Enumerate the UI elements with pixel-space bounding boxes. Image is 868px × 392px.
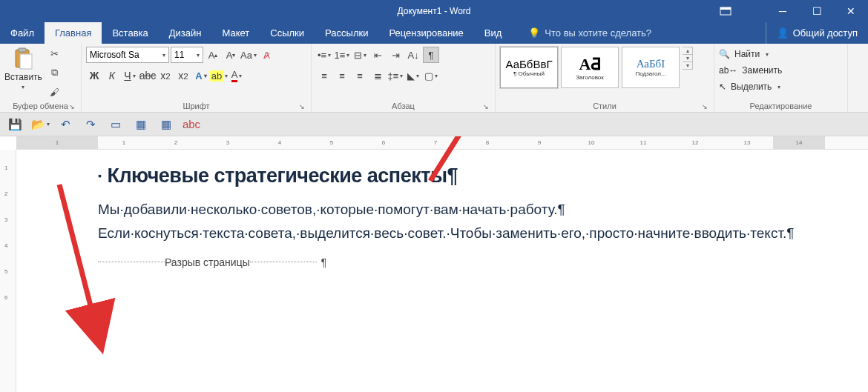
sort-button[interactable]: A↓ bbox=[405, 47, 421, 63]
tab-view[interactable]: Вид bbox=[474, 22, 513, 44]
find-button[interactable]: 🔍Найти▾ bbox=[719, 47, 769, 62]
style-heading2[interactable]: АаБбІ Подзагол... bbox=[622, 47, 680, 88]
bold-button[interactable]: Ж bbox=[86, 67, 102, 84]
bullets-button[interactable]: •≡▾ bbox=[316, 47, 332, 63]
font-name-combo[interactable]: Microsoft Sa▾ bbox=[86, 47, 169, 63]
share-button[interactable]: 👤 Общий доступ bbox=[766, 22, 868, 44]
multilevel-list-button[interactable]: ⊟▾ bbox=[352, 47, 368, 63]
format-painter-button[interactable]: 🖌 bbox=[48, 85, 62, 99]
font-color-button[interactable]: A▾ bbox=[228, 67, 245, 84]
line-spacing-button[interactable]: ‡≡▾ bbox=[387, 67, 404, 84]
decrease-indent-button[interactable]: ⇤ bbox=[369, 47, 386, 63]
chevron-down-icon: ▾ bbox=[197, 52, 200, 59]
person-icon: 👤 bbox=[777, 27, 789, 39]
open-button[interactable]: 📂▾ bbox=[33, 117, 47, 132]
tab-design[interactable]: Дизайн bbox=[159, 22, 212, 44]
svg-rect-3 bbox=[19, 48, 26, 52]
maximize-button[interactable]: ☐ bbox=[800, 0, 834, 22]
align-left-button[interactable]: ≡ bbox=[316, 67, 332, 84]
dialog-launcher-icon[interactable]: ↘ bbox=[299, 103, 305, 110]
tab-file[interactable]: Файл bbox=[0, 22, 45, 44]
style-normal-name: ¶ Обычный bbox=[513, 70, 545, 77]
show-hide-formatting-button[interactable]: ¶ bbox=[423, 47, 439, 63]
tab-mailings[interactable]: Рассылки bbox=[315, 22, 378, 44]
increase-indent-button[interactable]: ⇥ bbox=[387, 47, 404, 63]
font-size-combo[interactable]: 11▾ bbox=[171, 47, 203, 63]
table-button[interactable]: ▦ bbox=[134, 117, 148, 132]
clear-formatting-button[interactable]: A̷ bbox=[258, 47, 274, 63]
undo-button[interactable]: ↶ bbox=[58, 117, 73, 132]
chevron-up-icon: ▴ bbox=[683, 47, 692, 55]
dialog-launcher-icon[interactable]: ↘ bbox=[483, 103, 489, 110]
document-page[interactable]: ▪Ключевые стратегические аспекты¶ Мы·доб… bbox=[16, 150, 868, 392]
justify-button[interactable]: ≣ bbox=[369, 67, 386, 84]
tab-review[interactable]: Рецензирование bbox=[378, 22, 473, 44]
ribbon: Вставить ▾ ✂ ⧉ 🖌 Буфер обмена↘ Microsoft… bbox=[0, 44, 868, 113]
underline-button[interactable]: Ч▾ bbox=[122, 67, 138, 84]
document-area: 1 1 2 3 4 5 6 7 8 9 10 11 12 13 14 1 2 3… bbox=[0, 136, 868, 392]
vertical-ruler[interactable]: 1 2 3 4 5 6 bbox=[0, 150, 16, 392]
svg-rect-1 bbox=[720, 7, 731, 10]
align-center-button[interactable]: ≡ bbox=[334, 67, 350, 84]
dialog-launcher-icon[interactable]: ↘ bbox=[702, 103, 708, 110]
replace-button[interactable]: ab↔Заменить bbox=[719, 63, 782, 78]
doc-heading[interactable]: ▪Ключевые стратегические аспекты¶ bbox=[98, 165, 786, 187]
picture-button[interactable]: ▦ bbox=[159, 117, 174, 132]
strikethrough-button[interactable]: abc bbox=[139, 67, 156, 84]
styles-gallery-more[interactable]: ▴▾▾ bbox=[683, 47, 693, 70]
tab-home[interactable]: Главная bbox=[45, 22, 102, 44]
text-effects-button[interactable]: A▾ bbox=[193, 67, 209, 84]
style-heading1[interactable]: АƋ Заголовок bbox=[561, 47, 619, 88]
cursor-icon: ↖ bbox=[719, 82, 726, 92]
group-label-styles: Стили bbox=[593, 102, 617, 110]
tell-me-label: Что вы хотите сделать? bbox=[545, 27, 651, 39]
doc-heading-text: Ключевые стратегические аспекты¶ bbox=[107, 165, 458, 187]
find-label: Найти bbox=[734, 49, 760, 59]
bullet-icon: ▪ bbox=[98, 170, 101, 182]
highlight-button[interactable]: ab▾ bbox=[211, 67, 227, 84]
style-normal[interactable]: АаБбВвГ ¶ Обычный bbox=[500, 47, 558, 88]
horizontal-ruler[interactable]: 1 1 2 3 4 5 6 7 8 9 10 11 12 13 14 bbox=[16, 136, 868, 150]
chevron-down-icon: ▾ bbox=[683, 55, 692, 62]
page-break-marker[interactable]: Разрыв страницы ¶ bbox=[98, 256, 786, 268]
spellcheck-button[interactable]: abc bbox=[184, 117, 199, 132]
new-button[interactable]: ▭ bbox=[108, 117, 123, 132]
page-break-label: Разрыв страницы bbox=[165, 256, 250, 268]
font-size-value: 11 bbox=[174, 50, 184, 60]
style-h1-sample: АƋ bbox=[579, 55, 601, 74]
titlebar: Документ1 - Word ─ ☐ ✕ bbox=[0, 0, 868, 22]
redo-button[interactable]: ↷ bbox=[83, 117, 98, 132]
replace-icon: ab↔ bbox=[719, 65, 737, 76]
superscript-button[interactable]: x2 bbox=[175, 67, 191, 84]
save-button[interactable]: 💾 bbox=[7, 117, 22, 132]
doc-paragraph-2[interactable]: Если·коснуться·текста·совета,·выделится·… bbox=[98, 222, 786, 245]
grow-font-button[interactable]: A▴ bbox=[205, 47, 221, 63]
paste-button[interactable]: Вставить ▾ bbox=[4, 47, 42, 90]
font-name-value: Microsoft Sa bbox=[90, 50, 139, 60]
minimize-button[interactable]: ─ bbox=[766, 0, 800, 22]
group-editing: 🔍Найти▾ ab↔Заменить ↖Выделить▾ Редактиро… bbox=[714, 44, 848, 112]
tab-layout[interactable]: Макет bbox=[211, 22, 260, 44]
change-case-button[interactable]: Aa▾ bbox=[240, 47, 257, 63]
borders-button[interactable]: ▢▾ bbox=[423, 67, 439, 84]
group-label-font: Шрифт bbox=[183, 102, 209, 110]
tab-references[interactable]: Ссылки bbox=[260, 22, 315, 44]
cut-button[interactable]: ✂ bbox=[48, 47, 62, 60]
italic-button[interactable]: К bbox=[104, 67, 120, 84]
tell-me-search[interactable]: 💡 Что вы хотите сделать? bbox=[518, 22, 662, 44]
doc-paragraph-1[interactable]: Мы·добавили·несколько·советов,·которые·п… bbox=[98, 198, 786, 222]
ribbon-display-options[interactable] bbox=[720, 0, 731, 22]
shrink-font-button[interactable]: A▾ bbox=[223, 47, 239, 63]
shading-button[interactable]: ◣▾ bbox=[405, 67, 421, 84]
close-button[interactable]: ✕ bbox=[834, 0, 868, 22]
subscript-button[interactable]: x2 bbox=[157, 67, 174, 84]
tab-insert[interactable]: Вставка bbox=[102, 22, 158, 44]
dialog-launcher-icon[interactable]: ↘ bbox=[69, 103, 75, 110]
align-right-button[interactable]: ≡ bbox=[352, 67, 368, 84]
numbering-button[interactable]: 1≡▾ bbox=[334, 47, 350, 63]
group-clipboard: Вставить ▾ ✂ ⧉ 🖌 Буфер обмена↘ bbox=[0, 44, 82, 112]
select-button[interactable]: ↖Выделить▾ bbox=[719, 79, 780, 94]
chevron-down-icon: ▾ bbox=[22, 84, 24, 90]
ribbon-tabs: Файл Главная Вставка Дизайн Макет Ссылки… bbox=[0, 22, 868, 44]
copy-button[interactable]: ⧉ bbox=[48, 66, 62, 79]
